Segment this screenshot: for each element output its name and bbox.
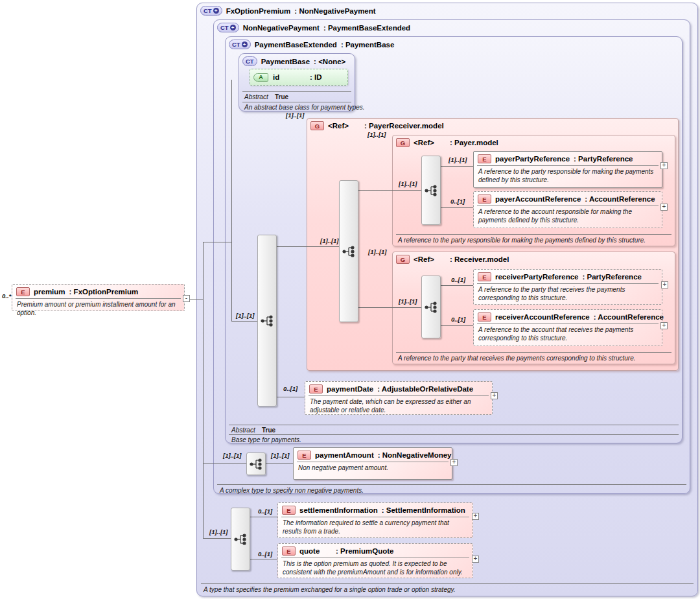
connector-line bbox=[439, 325, 473, 326]
cardinality-label: [1]..[1] bbox=[399, 180, 417, 187]
element-badge: E bbox=[282, 506, 296, 515]
sequence-indicator bbox=[421, 156, 441, 225]
derived-icon: + bbox=[230, 25, 236, 30]
cardinality-label: [1]..[1] bbox=[209, 528, 228, 535]
element-type: : FxOptionPremium bbox=[69, 288, 139, 296]
header-divider bbox=[281, 517, 469, 517]
cardinality-label: 0..[1] bbox=[450, 198, 465, 205]
element-description: The information required to settle a cur… bbox=[283, 519, 468, 535]
type-name: PaymentBase bbox=[261, 58, 310, 65]
element-name: paymentDate bbox=[327, 385, 373, 393]
complextype-badge: CT+ bbox=[229, 40, 251, 49]
group-type: : PayerReceiver.model bbox=[364, 122, 444, 130]
group-annotation: A reference to the party that receives t… bbox=[398, 355, 635, 362]
connector-line bbox=[275, 246, 339, 247]
cardinality-label: 0..[1] bbox=[258, 550, 272, 558]
element-name: receiverPartyReference bbox=[495, 273, 579, 281]
cardinality-label: [1]..[1] bbox=[449, 156, 467, 163]
element-settlement-information: E settlementInformation : SettlementInfo… bbox=[277, 502, 473, 538]
element-name: premium bbox=[34, 288, 65, 296]
connector-line bbox=[439, 285, 473, 286]
expand-button[interactable]: + bbox=[660, 322, 668, 329]
abstract-value: True bbox=[275, 93, 288, 100]
sequence-indicator bbox=[231, 508, 250, 570]
footer-divider bbox=[242, 91, 351, 92]
connector-line bbox=[231, 80, 232, 321]
complextype-box-paymentbase: CT PaymentBase : <None> A id : ID Abstra… bbox=[239, 53, 355, 112]
type-base: : NonNegativePayment bbox=[294, 7, 375, 15]
derived-icon: + bbox=[242, 41, 248, 47]
connector-line bbox=[203, 242, 204, 538]
type-annotation: A type that specifies the premium exchan… bbox=[204, 586, 456, 593]
cardinality-label: [1]..[1] bbox=[286, 112, 305, 119]
type-annotation: An abstract base class for payment types… bbox=[244, 104, 365, 111]
element-payment-date: E paymentDate : AdjustableOrRelativeDate… bbox=[305, 381, 493, 415]
group-badge: G bbox=[396, 255, 410, 264]
connector-line bbox=[264, 463, 293, 464]
element-description: A reference to the party that receives t… bbox=[478, 286, 657, 302]
connector-line bbox=[249, 559, 277, 559]
element-badge: E bbox=[298, 451, 311, 460]
element-description: A reference to the party responsible for… bbox=[478, 168, 657, 184]
header-divider bbox=[477, 165, 659, 166]
group-type: : Receiver.model bbox=[450, 255, 509, 263]
footer-divider bbox=[229, 425, 679, 425]
expand-button[interactable]: + bbox=[660, 162, 668, 169]
element-badge: E bbox=[309, 384, 323, 393]
collapse-button[interactable]: - bbox=[183, 295, 190, 302]
xsd-schema-diagram: CT+ FxOptionPremium : NonNegativePayment… bbox=[0, 0, 700, 599]
header-divider bbox=[16, 298, 181, 299]
header-divider bbox=[297, 462, 449, 462]
element-description: Premium amount or premium installment am… bbox=[17, 301, 180, 317]
element-badge: E bbox=[16, 287, 30, 296]
footer-divider bbox=[229, 434, 679, 435]
element-badge: E bbox=[478, 312, 491, 322]
expand-button[interactable]: + bbox=[450, 459, 458, 466]
header-divider bbox=[477, 283, 659, 284]
element-description: Non negative payment amount. bbox=[298, 464, 447, 473]
connector-line bbox=[203, 463, 246, 464]
derived-icon: + bbox=[213, 8, 219, 14]
sequence-icon bbox=[425, 185, 438, 196]
cardinality-label: 0..[1] bbox=[258, 508, 272, 515]
complextype-badge: CT+ bbox=[217, 23, 239, 32]
header-divider bbox=[309, 395, 489, 396]
sequence-icon bbox=[261, 315, 274, 327]
expand-button[interactable]: + bbox=[472, 513, 479, 520]
element-badge: E bbox=[478, 154, 491, 163]
element-type: : NonNegativeMoney bbox=[378, 451, 452, 459]
element-type: : SettlementInformation bbox=[382, 506, 465, 514]
element-receiver-account-reference: E receiverAccountReference : AccountRefe… bbox=[473, 309, 662, 346]
abstract-label: Abstract bbox=[231, 427, 255, 434]
abstract-label: Abstract bbox=[244, 93, 268, 100]
element-quote: E quote : PremiumQuote This is the optio… bbox=[277, 543, 473, 578]
expand-button[interactable]: + bbox=[491, 392, 498, 399]
attribute-badge: A bbox=[253, 73, 268, 82]
element-description: A reference to the account that receives… bbox=[478, 326, 657, 342]
cardinality-label: 0..[1] bbox=[451, 316, 465, 323]
connector-line bbox=[203, 242, 231, 242]
element-name: quote bbox=[299, 547, 332, 555]
element-payer-party-reference: E payerPartyReference : PartyReference A… bbox=[473, 151, 662, 188]
sequence-icon bbox=[234, 534, 247, 545]
type-base: : PaymentBaseExtended bbox=[323, 24, 410, 32]
element-description: This is the option premium as quoted. It… bbox=[283, 560, 468, 576]
element-type: : AccountReference bbox=[585, 195, 655, 203]
connector-line bbox=[357, 307, 421, 308]
element-description: The payment date, which can be expressed… bbox=[310, 398, 487, 414]
expand-button[interactable]: + bbox=[472, 556, 479, 563]
cardinality-label: 0..[1] bbox=[451, 276, 465, 283]
footer-divider bbox=[217, 484, 686, 485]
type-name: NonNegativePayment bbox=[243, 24, 320, 32]
cardinality-label: 0..[1] bbox=[283, 385, 298, 392]
expand-button[interactable]: + bbox=[661, 281, 668, 288]
expand-button[interactable]: + bbox=[660, 204, 668, 211]
group-name: <Ref> bbox=[328, 122, 360, 130]
group-name: <Ref> bbox=[414, 255, 446, 263]
connector-line bbox=[357, 190, 421, 191]
footer-divider bbox=[201, 583, 694, 584]
element-badge: E bbox=[282, 546, 296, 556]
element-type: : AccountReference bbox=[594, 313, 664, 321]
element-receiver-party-reference: E receiverPartyReference : PartyReferenc… bbox=[473, 269, 662, 305]
element-name: paymentAmount bbox=[315, 451, 374, 459]
